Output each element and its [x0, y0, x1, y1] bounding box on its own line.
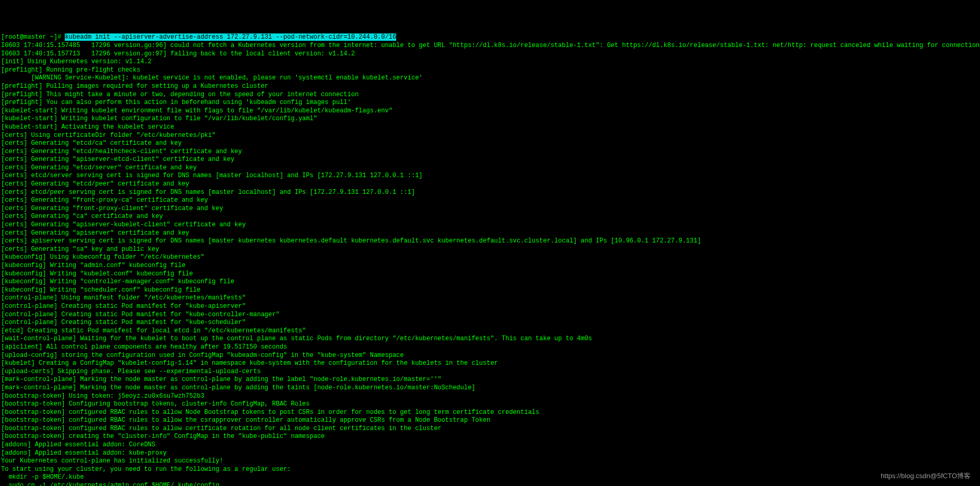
output-line: [control-plane] Using manifest folder "/… [1, 294, 979, 303]
output-line: [preflight] This might take a minute or … [1, 91, 979, 99]
output-line: [etcd] Creating static Pod manifest for … [1, 327, 979, 335]
output-line: [preflight] Running pre-flight checks [1, 66, 979, 75]
output-line: I0603 17:40:15.157713 17296 version.go:9… [1, 50, 979, 59]
output-line: [certs] Generating "front-proxy-ca" cert… [1, 196, 979, 205]
output-line: [bootstrap-token] Using token: j5eoyz.zu… [1, 392, 979, 401]
output-line: [bootstrap-token] configured RBAC rules … [1, 416, 979, 425]
watermark-text: https://blog.csdn@5fCTO博客 [881, 472, 971, 481]
output-line: sudo cp -i /etc/kubernetes/admin.conf $H… [1, 482, 979, 486]
output-line: [bootstrap-token] Configuring bootstrap … [1, 400, 979, 409]
output-line: [kubelet] Creating a ConfigMap "kubelet-… [1, 360, 979, 368]
shell-prompt: [root@master ~]# [1, 33, 65, 41]
output-line: [certs] Generating "etcd/peer" certifica… [1, 180, 979, 189]
output-line: [kubeconfig] Writing "kubelet.conf" kube… [1, 270, 979, 279]
output-line: [mark-control-plane] Marking the node ma… [1, 384, 979, 392]
command-output-lines: I0603 17:40:15.157485 17296 version.go:9… [1, 42, 979, 486]
output-line: Your Kubernetes control-plane has initia… [1, 457, 979, 466]
output-line: [upload-certs] Skipping phase. Please se… [1, 368, 979, 376]
output-line: [wait-control-plane] Waiting for the kub… [1, 335, 979, 343]
output-line: [certs] Generating "apiserver-etcd-clien… [1, 156, 979, 164]
output-line: [certs] Generating "sa" key and public k… [1, 246, 979, 254]
output-line: [kubeconfig] Writing "controller-manager… [1, 278, 979, 286]
output-line: [certs] Generating "apiserver-kubelet-cl… [1, 221, 979, 229]
output-line: [certs] Generating "etcd/ca" certificate… [1, 140, 979, 148]
output-line: [kubelet-start] Activating the kubelet s… [1, 123, 979, 132]
output-line: [upload-config] storing the configuratio… [1, 352, 979, 360]
output-line: [addons] Applied essential addon: kube-p… [1, 449, 979, 458]
output-line: [kubelet-start] Writing kubelet configur… [1, 115, 979, 123]
terminal-output[interactable]: [root@master ~]# kubeadm init --apiserve… [1, 33, 979, 486]
output-line: [certs] Generating "apiserver" certifica… [1, 229, 979, 238]
output-line: [control-plane] Creating static Pod mani… [1, 311, 979, 319]
output-line: [kubeconfig] Using kubeconfig folder "/e… [1, 253, 979, 262]
output-line: [preflight] Pulling images required for … [1, 83, 979, 91]
output-line: [preflight] You can also perform this ac… [1, 99, 979, 107]
output-line: [control-plane] Creating static Pod mani… [1, 319, 979, 327]
output-line: [kubelet-start] Writing kubelet environm… [1, 107, 979, 115]
output-line: [control-plane] Creating static Pod mani… [1, 303, 979, 311]
output-line: To start using your cluster, you need to… [1, 466, 979, 474]
output-line: [mark-control-plane] Marking the node ma… [1, 376, 979, 384]
output-line: mkdir -p $HOME/.kube [1, 473, 979, 482]
output-line: [addons] Applied essential addon: CoreDN… [1, 441, 979, 449]
output-line: [WARNING Service-Kubelet]: kubelet servi… [1, 74, 979, 83]
output-line: [certs] etcd/peer serving cert is signed… [1, 189, 979, 197]
output-line: [certs] Generating "front-proxy-client" … [1, 205, 979, 213]
output-line: [kubeconfig] Writing "admin.conf" kubeco… [1, 262, 979, 270]
output-line: [certs] Generating "ca" certificate and … [1, 213, 979, 221]
output-line: [bootstrap-token] configured RBAC rules … [1, 425, 979, 433]
output-line: [certs] Generating "etcd/server" certifi… [1, 164, 979, 172]
output-line: [apiclient] All control plane components… [1, 343, 979, 352]
output-line: [bootstrap-token] configured RBAC rules … [1, 409, 979, 417]
output-line: I0603 17:40:15.157485 17296 version.go:9… [1, 42, 979, 50]
output-line: [certs] Generating "etcd/healthcheck-cli… [1, 148, 979, 156]
output-line: [certs] Using certificateDir folder "/et… [1, 132, 979, 140]
output-line: [certs] etcd/server serving cert is sign… [1, 172, 979, 180]
output-line: [init] Using Kubernetes version: v1.14.2 [1, 58, 979, 66]
output-line: [kubeconfig] Writing "scheduler.conf" ku… [1, 286, 979, 295]
output-line: [certs] apiserver serving cert is signed… [1, 237, 979, 246]
output-line: [bootstrap-token] creating the "cluster-… [1, 433, 979, 441]
kubeadm-init-command: kubeadm init --apiserver-advertise-addre… [65, 33, 396, 41]
